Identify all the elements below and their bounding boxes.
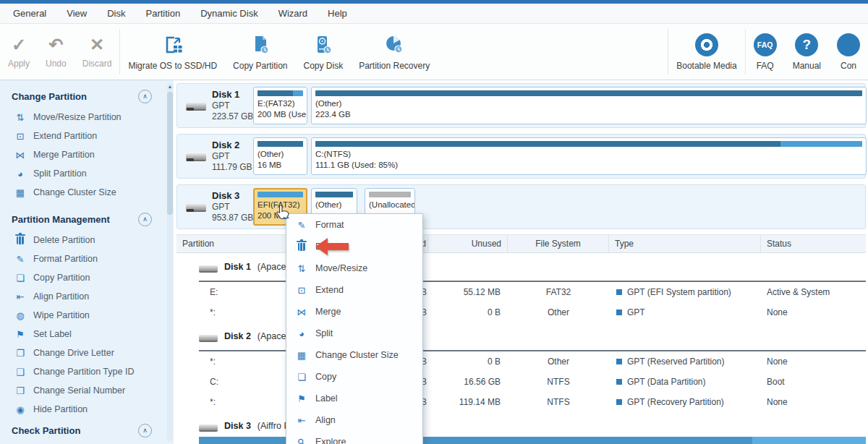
- label-icon: ⚑: [296, 393, 307, 404]
- menu-partition[interactable]: Partition: [135, 4, 190, 23]
- sidebar-item-label: Copy Partition: [33, 273, 90, 283]
- extend-icon-glyph: ⊡: [298, 285, 306, 296]
- scroll-up-icon[interactable]: ▲: [167, 84, 173, 89]
- toolbar-label: Migrate OS to SSD/HD: [128, 61, 217, 71]
- sidebar-item-hide-partition[interactable]: ◉Hide Partition: [0, 400, 174, 419]
- toolbar-button-apply[interactable]: ✓Apply: [0, 35, 38, 69]
- sidebar-item-extend-partition[interactable]: ⊡Extend Partition: [0, 127, 174, 145]
- cell-unused: 16.56 GB: [428, 377, 508, 387]
- context-menu-item-format[interactable]: ✎Format: [286, 214, 422, 236]
- context-menu-item-change-cluster-size[interactable]: ▦Change Cluster Size: [286, 344, 422, 366]
- copy-icon-glyph: ❏: [297, 372, 306, 383]
- sidebar-section-check-partition[interactable]: Check Partition∧: [0, 422, 174, 439]
- partition-block-other[interactable]: (Other)16 MB: [253, 137, 307, 175]
- sidebar-item-move-resize-partition[interactable]: ⇅Move/Resize Partition: [0, 108, 174, 127]
- sidebar-item-label: Change Partition Type ID: [33, 367, 134, 377]
- sidebar-item-label: Format Partition: [33, 254, 98, 264]
- sidebar-item-label: Extend Partition: [33, 131, 97, 141]
- sidebar-item-copy-partition[interactable]: ❏Copy Partition: [0, 268, 174, 287]
- disk-panel-disk-2[interactable]: Disk 2GPT111.79 GB(Other)16 MBC:(NTFS)11…: [176, 134, 866, 179]
- sidebar-item-split-partition[interactable]: ◕Split Partition: [0, 164, 174, 183]
- toolbar-button-undo[interactable]: ↶Undo: [38, 35, 75, 69]
- disk-panel-disk-1[interactable]: Disk 1GPT223.57 GBE:(FAT32)200 MB (Use(O…: [176, 83, 866, 128]
- context-menu-item-delete[interactable]: Delete: [286, 236, 422, 257]
- sidebar-item-format-partition[interactable]: ✎Format Partition: [0, 249, 174, 268]
- toolbar-button-bootable-media[interactable]: Bootable Media: [668, 33, 744, 71]
- chevron-up-icon[interactable]: ∧: [138, 90, 152, 103]
- sidebar-item-change-cluster-size[interactable]: ▦Change Cluster Size: [0, 183, 174, 202]
- cell-unused: 0 B: [428, 307, 508, 317]
- hard-drive-icon: [186, 103, 206, 109]
- trash-glyph: [298, 243, 305, 251]
- context-menu-item-split[interactable]: ◕Split: [286, 323, 422, 344]
- column-header-unused[interactable]: Unused: [428, 235, 508, 252]
- menu-dynamic-disk[interactable]: Dynamic Disk: [190, 4, 268, 23]
- toolbar-label: Undo: [46, 59, 67, 69]
- context-menu-item-label[interactable]: ⚑Label: [286, 388, 422, 409]
- partition-block-other[interactable]: (Other)223.4 GB: [311, 87, 867, 124]
- table-row[interactable]: E:B55.12 MBFAT32GPT (EFI System partitio…: [176, 282, 866, 302]
- sliders-icon-glyph: ⇅: [17, 112, 25, 123]
- toolbar-button-copy-partition[interactable]: Copy Partition: [225, 33, 295, 71]
- undo-icon: ↶: [48, 35, 63, 55]
- toolbar-label: Copy Partition: [233, 61, 287, 71]
- type-label: GPT (Recovery Partition): [627, 397, 724, 407]
- partition-block-c-ntfs[interactable]: C:(NTFS)111.1 GB (Used: 85%): [311, 137, 867, 175]
- column-header-status[interactable]: Status: [761, 235, 866, 252]
- sidebar-scrollbar-thumb[interactable]: [167, 92, 173, 215]
- chevron-up-icon[interactable]: ∧: [138, 213, 152, 226]
- toolbar-main-group: Migrate OS to SSD/HDCopy PartitionCopy D…: [120, 24, 438, 80]
- context-menu-label: Align: [315, 415, 336, 425]
- column-header-file-system[interactable]: File System: [508, 235, 609, 252]
- partition-name: *:: [210, 397, 216, 407]
- sidebar-item-align-partition[interactable]: ⇤Align Partition: [0, 287, 174, 306]
- context-menu-item-extend[interactable]: ⊡Extend: [286, 279, 422, 301]
- copy-icon: ❏: [14, 273, 26, 283]
- sidebar-section-title: Change Partition: [12, 91, 87, 102]
- partition-block-e-fat32[interactable]: E:(FAT32)200 MB (Use: [253, 87, 307, 124]
- context-menu-item-copy[interactable]: ❏Copy: [286, 366, 422, 388]
- sidebar-item-set-label[interactable]: ⚑Set Label: [0, 325, 174, 343]
- toolbar-button-partition-recovery[interactable]: Partition Recovery: [351, 33, 438, 71]
- header-fs-label: File System: [535, 239, 581, 249]
- chevron-up-icon[interactable]: ∧: [138, 424, 152, 437]
- toolbar-button-migrate-os-to-ssd-hd[interactable]: Migrate OS to SSD/HD: [120, 33, 225, 71]
- sidebar-item-change-serial-number[interactable]: ❒Change Serial Number: [0, 381, 174, 400]
- toolbar-button-copy-disk[interactable]: Copy Disk: [295, 33, 351, 71]
- cell-status: None: [761, 357, 866, 367]
- context-menu-item-move-resize[interactable]: ⇅Move/Resize: [286, 257, 422, 279]
- partition-usage-fill: [258, 141, 303, 147]
- workspace: Change Partition∧⇅Move/Resize Partition⊡…: [0, 80, 868, 444]
- sidebar-item-wipe-partition[interactable]: ◍Wipe Partition: [0, 306, 174, 325]
- context-menu-label: Label: [315, 393, 338, 404]
- sidebar-item-merge-partition[interactable]: ⋈Merge Partition: [0, 145, 174, 164]
- menu-wizard[interactable]: Wizard: [268, 4, 318, 23]
- menu-view[interactable]: View: [56, 4, 97, 23]
- column-header-type[interactable]: Type: [609, 235, 761, 252]
- menu-disk[interactable]: Disk: [97, 4, 135, 23]
- sidebar-item-change-drive-letter[interactable]: ❐Change Drive Letter: [0, 343, 174, 362]
- copy-partition-icon: [250, 33, 271, 57]
- sidebar-section-change-partition[interactable]: Change Partition∧: [0, 87, 174, 105]
- context-menu-item-align[interactable]: ⇤Align: [286, 409, 422, 431]
- context-menu-item-explore[interactable]: ⚲Explore: [286, 431, 422, 444]
- sidebar-section-partition-management[interactable]: Partition Management∧: [0, 210, 174, 228]
- table-row[interactable]: C:B16.56 GBNTFSGPT (Data Partition)Boot: [176, 372, 866, 392]
- toolbar-button-con[interactable]: Con: [829, 33, 868, 71]
- cell-status: Active & System: [761, 287, 866, 297]
- toolbar-button-faq[interactable]: FAQFAQ: [746, 33, 785, 71]
- context-menu-item-merge[interactable]: ⋈Merge: [286, 301, 422, 323]
- menu-general[interactable]: General: [3, 4, 56, 23]
- sidebar-item-delete-partition[interactable]: Delete Partition: [0, 231, 174, 249]
- sidebar-item-change-partition-type-id[interactable]: ❑Change Partition Type ID: [0, 362, 174, 381]
- toolbar-button-manual[interactable]: ?Manual: [785, 33, 829, 71]
- table-row[interactable]: *:B0 BOtherGPTNone: [176, 302, 866, 323]
- toolbar-button-discard[interactable]: ✕Discard: [75, 35, 120, 69]
- toolbar-label: FAQ: [757, 61, 774, 71]
- table-row[interactable]: *:B119.14 MBNTFSGPT (Recovery Partition)…: [176, 392, 866, 412]
- hide-icon: ◉: [14, 404, 26, 415]
- toolbar-spacer: [438, 24, 668, 80]
- sidebar-section-title: Partition Management: [12, 214, 110, 225]
- menu-help[interactable]: Help: [318, 4, 357, 23]
- table-row[interactable]: *:B0 BOtherGPT (Reserved Partition)None: [176, 351, 866, 372]
